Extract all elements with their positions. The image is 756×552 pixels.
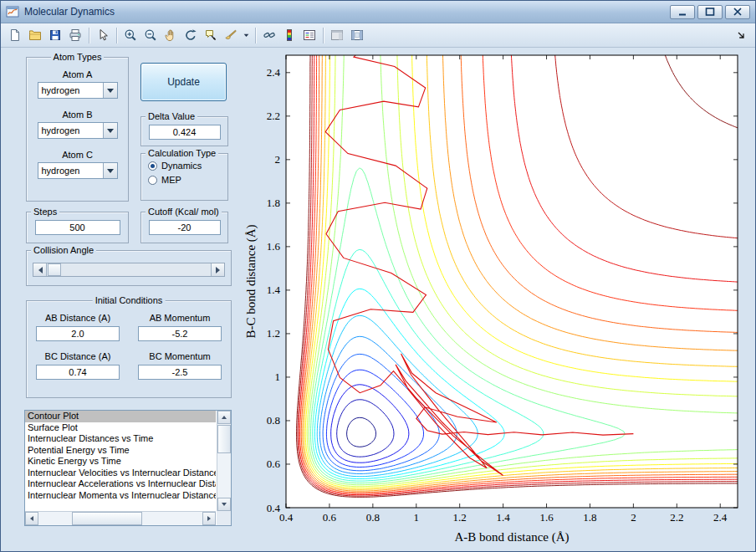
atom-b-value: hydrogen [38,123,103,138]
close-button[interactable] [725,5,750,19]
toolbar-separator [89,28,89,43]
bc-momentum-label: BC Momentum [135,351,224,361]
edit-plot-icon[interactable] [93,26,113,45]
listbox-vertical-scrollbar[interactable] [217,411,231,511]
maximize-button[interactable] [697,5,723,19]
svg-text:0.4: 0.4 [279,511,294,524]
svg-text:0.6: 0.6 [323,511,337,524]
calc-type-mep-radio[interactable]: MEP [148,175,227,185]
insert-colorbar-icon[interactable] [279,26,299,45]
toolbar-separator [255,28,256,43]
cutoff-panel: Cutoff (Kcal/ mol) [140,212,228,243]
slider-thumb[interactable] [48,263,61,276]
ab-distance-label: AB Distance (A) [33,313,122,323]
svg-text:0.8: 0.8 [267,414,280,427]
svg-text:0.4: 0.4 [267,502,281,514]
horizontal-scroll-thumb[interactable] [72,512,142,525]
pan-icon[interactable] [161,26,181,45]
plot-list-item[interactable]: Internuclear Velocities vs Internuclear … [25,468,216,479]
slider-right-arrow[interactable] [211,263,224,276]
data-cursor-icon[interactable] [201,26,221,45]
plot-type-listbox[interactable]: Contour PlotSurface PlotInternuclear Dis… [24,410,232,526]
new-figure-icon[interactable] [5,26,25,45]
steps-input[interactable] [35,220,120,235]
scroll-left-arrow[interactable] [25,512,38,525]
atom-c-value: hydrogen [38,163,103,178]
svg-text:1: 1 [275,371,281,383]
svg-text:1.2: 1.2 [267,327,280,340]
listbox-horizontal-scrollbar[interactable] [25,511,216,525]
plot-list-item[interactable]: Internuclear Momenta vs Internuclear Dis… [25,490,216,502]
toolbar-separator [116,28,117,43]
calc-type-mep-label: MEP [161,175,181,185]
hide-plot-tools-icon[interactable] [327,26,347,45]
ab-distance-input[interactable] [36,326,120,341]
svg-text:1.4: 1.4 [267,284,281,296]
delta-value-title: Delta Value [146,111,197,122]
svg-text:2.2: 2.2 [267,110,280,122]
plot-list-item[interactable]: Surface Plot [25,422,216,434]
toolbar-separator [323,28,324,43]
insert-legend-icon[interactable] [299,26,319,45]
matlab-figure-icon [6,5,19,18]
zoom-out-icon[interactable] [140,26,161,45]
calculation-type-title: Calculation Type [146,148,218,159]
window-controls [670,5,750,19]
scroll-down-arrow[interactable] [217,498,231,511]
figure-toolbar [1,23,755,48]
svg-text:1.8: 1.8 [267,197,280,209]
titlebar[interactable]: Molecular Dynamics [1,1,755,23]
atom-a-dropdown[interactable]: hydrogen [38,82,118,99]
plot-list-item[interactable]: Contour Plot [25,411,216,422]
cutoff-title: Cutoff (Kcal/ mol) [146,207,222,217]
atom-b-dropdown[interactable]: hydrogen [38,122,118,139]
plot-type-list: Contour PlotSurface PlotInternuclear Dis… [25,411,216,511]
dropdown-arrow-icon[interactable] [103,83,117,98]
svg-text:0.6: 0.6 [267,457,281,470]
figure-canvas: Atom Types Atom A hydrogen Atom B hydrog… [1,48,755,551]
window-title: Molecular Dynamics [24,6,670,18]
print-figure-icon[interactable] [65,26,85,45]
scroll-up-arrow[interactable] [217,411,231,424]
collision-angle-slider[interactable] [33,263,225,277]
dropdown-arrow-icon[interactable] [103,123,117,138]
slider-left-arrow[interactable] [33,263,47,276]
ab-momentum-input[interactable] [138,326,222,341]
dock-figure-arrow-icon[interactable] [731,26,751,45]
atom-c-dropdown[interactable]: hydrogen [38,162,118,179]
figure-window: Molecular Dynamics Atom Types Atom A hyd… [0,0,756,552]
brush-menu-icon[interactable] [241,26,252,45]
vertical-scroll-thumb[interactable] [217,425,231,453]
calc-type-dynamics-radio[interactable]: Dynamics [148,161,227,171]
collision-angle-panel: Collision Angle [26,250,232,286]
contour-plot[interactable]: 0.40.60.811.21.41.61.822.22.40.40.60.811… [243,48,756,552]
plot-list-item[interactable]: Internuclear Accelerations vs Internucle… [25,478,216,490]
zoom-in-icon[interactable] [120,26,140,45]
svg-text:1.4: 1.4 [496,511,510,524]
plot-list-item[interactable]: Potential Energy vs Time [25,445,216,457]
update-button[interactable]: Update [140,63,227,101]
scrollbar-corner [217,511,231,525]
calculation-type-panel: Calculation Type Dynamics MEP [140,153,228,201]
brush-icon[interactable] [221,26,241,45]
scroll-right-arrow[interactable] [202,512,216,525]
show-plot-tools-dock-icon[interactable] [347,26,367,45]
svg-text:1.2: 1.2 [453,511,467,524]
bc-momentum-input[interactable] [138,365,222,380]
link-plot-icon[interactable] [259,26,279,45]
cutoff-input[interactable] [149,220,221,235]
dropdown-arrow-icon[interactable] [103,163,117,178]
plot-list-item[interactable]: Internuclear Distances vs Time [25,433,216,445]
svg-text:0.8: 0.8 [366,511,380,524]
initial-conditions-panel: Initial Conditions AB Distance (A) AB Mo… [26,300,232,398]
rotate-3d-icon[interactable] [181,26,201,45]
save-figure-icon[interactable] [45,26,65,45]
open-file-icon[interactable] [25,26,45,45]
delta-value-input[interactable] [149,125,221,140]
svg-text:1.8: 1.8 [583,511,596,524]
plot-list-item[interactable]: Kinetic Energy vs Time [25,456,216,468]
svg-text:2.4: 2.4 [267,66,281,79]
bc-distance-label: BC Distance (A) [33,351,122,361]
bc-distance-input[interactable] [36,365,120,380]
minimize-button[interactable] [670,5,695,19]
